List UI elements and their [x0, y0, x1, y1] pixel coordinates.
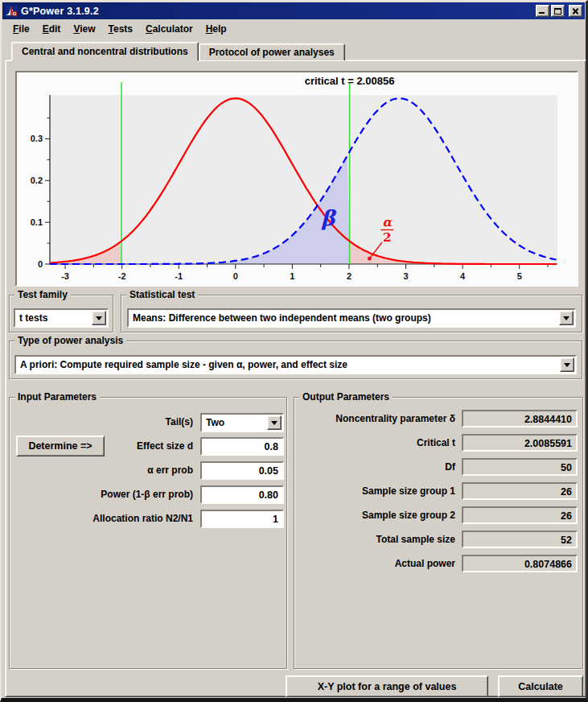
maximize-button[interactable] — [551, 5, 565, 17]
sample-size-2-label: Sample size group 2 — [294, 506, 455, 525]
svg-text:0.1: 0.1 — [31, 217, 43, 227]
group-input-parameters: Input Parameters Tail(s) Two Determine =… — [9, 397, 287, 669]
statistical-test-select[interactable]: Means: Difference between two independen… — [127, 308, 576, 328]
sample-size-1-value: 26 — [462, 482, 578, 500]
tab-bar: Central and noncentral distributions Pro… — [11, 41, 345, 60]
effect-size-input[interactable] — [200, 437, 284, 456]
power-analysis-select[interactable]: A priori: Compute required sample size -… — [14, 355, 577, 374]
group-output-parameters: Output Parameters Noncentrality paramete… — [294, 397, 583, 669]
minimize-icon — [539, 12, 545, 14]
statistical-test-label: Statistical test — [126, 289, 198, 300]
test-family-label: Test family — [14, 289, 71, 300]
actual-power-label: Actual power — [294, 555, 455, 573]
allocation-ratio-input[interactable] — [200, 510, 284, 528]
menu-help[interactable]: Help — [199, 22, 233, 37]
critical-t-value: 2.0085591 — [462, 434, 578, 452]
svg-text:0: 0 — [38, 259, 43, 269]
svg-text:2: 2 — [347, 271, 352, 281]
noncentrality-value: 2.8844410 — [462, 410, 578, 427]
tails-dropdown-button[interactable] — [267, 415, 282, 430]
power-analysis-dropdown-button[interactable] — [560, 357, 574, 372]
menu-view[interactable]: View — [67, 22, 101, 37]
svg-text:1: 1 — [290, 271, 294, 281]
menu-edit[interactable]: Edit — [36, 22, 68, 37]
svg-text:4: 4 — [460, 271, 466, 281]
svg-text:critical t = 2.00856: critical t = 2.00856 — [305, 75, 395, 87]
df-label: Df — [294, 458, 455, 477]
svg-text:5: 5 — [517, 271, 522, 281]
chevron-down-icon — [271, 421, 278, 428]
menu-calculator[interactable]: Calculator — [139, 22, 199, 37]
xy-plot-button[interactable]: X-Y plot for a range of values — [286, 675, 488, 697]
power-input[interactable] — [200, 485, 284, 504]
test-family-dropdown-button[interactable] — [92, 311, 106, 325]
svg-text:α: α — [382, 215, 393, 229]
maximize-icon — [554, 8, 561, 14]
chevron-down-icon — [564, 363, 570, 370]
tab-central-distributions[interactable]: Central and noncentral distributions — [11, 42, 199, 61]
titlebar: Ω G*Power 3.1.9.2 — [2, 2, 585, 19]
tails-label: Tail(s) — [10, 413, 193, 432]
menubar: File Edit View Tests Calculator Help — [2, 20, 585, 39]
actual-power-value: 0.8074866 — [462, 555, 578, 572]
svg-text:Ω: Ω — [13, 11, 17, 16]
statistical-test-dropdown-button[interactable] — [559, 311, 574, 325]
minimize-button[interactable] — [536, 5, 549, 17]
tab-content-panel: 00.10.20.3-3-2-1012345βα2critical t = 2.… — [5, 60, 586, 697]
critical-t-label: Critical t — [294, 434, 455, 452]
svg-text:3: 3 — [403, 271, 408, 281]
input-parameters-title: Input Parameters — [14, 391, 100, 403]
chevron-down-icon — [96, 316, 102, 324]
group-statistical-test: Statistical test Means: Difference betwe… — [121, 295, 582, 332]
power-label: Power (1-β err prob) — [10, 485, 193, 504]
noncentrality-label: Noncentrality parameter δ — [294, 410, 455, 428]
tails-select[interactable]: Two — [200, 413, 284, 432]
df-value: 50 — [462, 458, 578, 476]
svg-text:0: 0 — [233, 271, 238, 281]
app-icon: Ω — [5, 5, 18, 18]
test-family-select[interactable]: t tests — [14, 308, 109, 328]
close-button[interactable] — [569, 5, 582, 17]
window-title: G*Power 3.1.9.2 — [21, 6, 99, 17]
calculate-button[interactable]: Calculate — [498, 675, 583, 697]
total-sample-size-value: 52 — [462, 531, 578, 548]
output-parameters-title: Output Parameters — [299, 391, 393, 403]
alpha-err-prob-label: α err prob — [10, 461, 193, 480]
group-test-family: Test family t tests — [9, 295, 113, 332]
alpha-err-prob-input[interactable] — [200, 461, 284, 480]
menu-tests[interactable]: Tests — [102, 22, 139, 37]
svg-text:-2: -2 — [118, 271, 126, 281]
allocation-ratio-label: Allocation ratio N2/N1 — [10, 510, 193, 528]
total-sample-size-label: Total sample size — [294, 531, 455, 549]
sample-size-2-value: 26 — [462, 506, 578, 524]
svg-text:2: 2 — [383, 230, 391, 245]
svg-text:-1: -1 — [175, 271, 183, 281]
distribution-plot: 00.10.20.3-3-2-1012345βα2critical t = 2.… — [17, 72, 577, 285]
group-power-analysis-type: Type of power analysis A priori: Compute… — [9, 341, 582, 379]
svg-text:-3: -3 — [61, 271, 69, 281]
power-analysis-label: Type of power analysis — [14, 335, 126, 346]
svg-text:0.3: 0.3 — [31, 134, 43, 143]
effect-size-label: Effect size d — [10, 437, 193, 456]
chevron-down-icon — [563, 316, 569, 324]
tab-protocol[interactable]: Protocol of power analyses — [199, 43, 345, 60]
chart-panel: 00.10.20.3-3-2-1012345βα2critical t = 2.… — [15, 71, 578, 287]
sample-size-1-label: Sample size group 1 — [294, 482, 455, 501]
svg-text:β: β — [321, 206, 337, 230]
gpower-window: Ω G*Power 3.1.9.2 File Edit View Tests C… — [0, 0, 588, 702]
menu-file[interactable]: File — [6, 22, 36, 37]
svg-text:0.2: 0.2 — [31, 176, 43, 185]
